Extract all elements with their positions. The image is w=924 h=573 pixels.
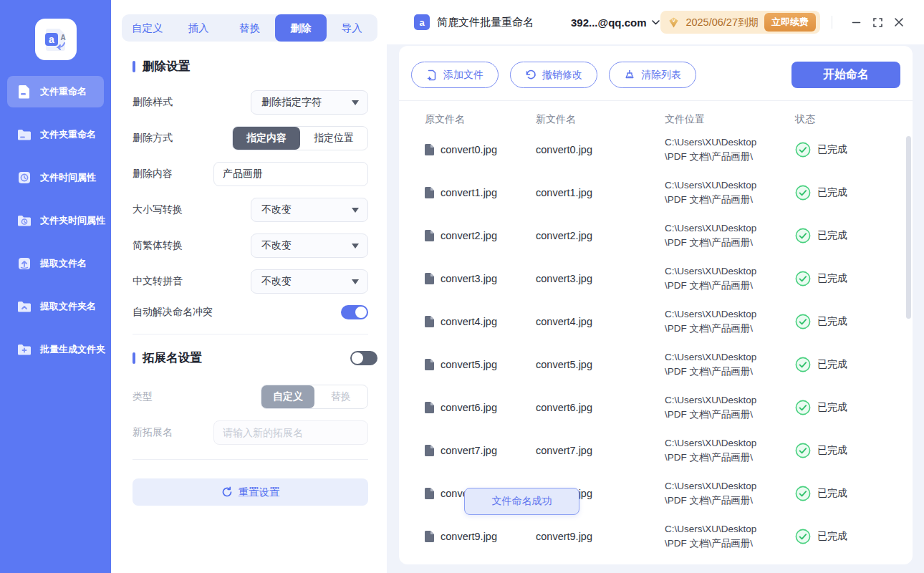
- tab-replace[interactable]: 替换: [224, 14, 275, 42]
- case-convert-label: 大小写转换: [133, 203, 183, 216]
- chevron-down-icon: [652, 20, 660, 25]
- section-accent-bar: [133, 61, 135, 72]
- sidebar-item-batch-create-folder[interactable]: 批量生成文件夹: [7, 334, 104, 365]
- status-text: 已完成: [817, 272, 847, 285]
- col-location: 文件位置: [665, 113, 795, 126]
- file-location-cell: C:\Users\XU\Desktop \PDF 文档\产品画册\: [665, 522, 795, 550]
- extension-toggle[interactable]: [350, 351, 377, 365]
- reset-settings-button[interactable]: 重置设置: [133, 478, 368, 506]
- tab-import[interactable]: 导入: [327, 14, 377, 42]
- delete-content-input[interactable]: [213, 162, 368, 186]
- sidebar-item-file-time[interactable]: 文件时间属性: [7, 162, 104, 193]
- status-cell: 已完成: [795, 228, 887, 244]
- sidebar-item-folder-rename[interactable]: 文件夹重命名: [7, 119, 104, 150]
- pinyin-convert-select[interactable]: 不改变: [251, 269, 368, 294]
- file-location-cell: C:\Users\XU\Desktop \PDF 文档\产品画册\: [665, 264, 795, 292]
- table-row[interactable]: convert3.jpg convert3.jpg C:\Users\XU\De…: [399, 257, 913, 300]
- status-text: 已完成: [817, 315, 847, 328]
- extension-settings-title: 拓展名设置: [133, 350, 377, 366]
- new-ext-label: 新拓展名: [133, 426, 173, 439]
- delete-content-label: 删除内容: [133, 168, 173, 180]
- table-row[interactable]: convert5.jpg convert5.jpg C:\Users\XU\De…: [399, 343, 913, 386]
- chevron-down-icon: [352, 279, 359, 284]
- sidebar-item-label: 文件时间属性: [40, 171, 96, 184]
- sidebar-item-folder-time[interactable]: 文件夹时间属性: [7, 205, 104, 236]
- option-replace-ext[interactable]: 替换: [314, 385, 367, 408]
- ext-type-label: 类型: [133, 390, 153, 403]
- status-cell: 已完成: [795, 529, 887, 544]
- table-row[interactable]: convert9.jpg convert9.jpg C:\Users\XU\De…: [399, 515, 913, 558]
- col-original: 原文件名: [425, 113, 536, 126]
- file-icon: [425, 316, 434, 327]
- table-row[interactable]: convert4.jpg convert4.jpg C:\Users\XU\De…: [399, 300, 913, 343]
- file-export-icon: [16, 255, 33, 272]
- sidebar-item-label: 文件夹重命名: [40, 128, 96, 141]
- start-rename-button[interactable]: 开始命名: [791, 62, 900, 88]
- file-icon: [425, 144, 434, 155]
- option-custom-ext[interactable]: 自定义: [261, 385, 314, 408]
- tc-convert-select[interactable]: 不改变: [251, 233, 368, 258]
- original-name-cell: convert4.jpg: [425, 316, 536, 327]
- title-bar: a 简鹿文件批量重命名 392...@qq.com V 2025/06/27到期…: [387, 0, 924, 44]
- sidebar-item-label: 文件夹时间属性: [40, 214, 105, 227]
- close-button[interactable]: [888, 11, 910, 33]
- tab-insert[interactable]: 插入: [173, 14, 223, 42]
- table-row[interactable]: convert6.jpg convert6.jpg C:\Users\XU\De…: [399, 386, 913, 429]
- broom-icon: [624, 69, 635, 81]
- file-plus-icon: [426, 69, 438, 81]
- col-new: 新文件名: [536, 113, 665, 126]
- app-title: 简鹿文件批量重命名: [437, 16, 534, 29]
- renew-button[interactable]: 立即续费: [764, 13, 816, 32]
- add-files-button[interactable]: 添加文件: [411, 62, 499, 88]
- table-row[interactable]: convert0.jpg convert0.jpg C:\Users\XU\De…: [399, 128, 913, 171]
- table-header: 原文件名 新文件名 文件位置 状态: [399, 101, 913, 128]
- delete-style-select[interactable]: 删除指定字符: [251, 90, 368, 115]
- sidebar-nav: 文件重命名 文件夹重命名 文件时间属性 文件夹时间属性 提取文件名: [0, 76, 111, 365]
- folder-plus-icon: [16, 341, 33, 358]
- chevron-down-icon: [352, 208, 359, 213]
- sidebar-item-extract-foldername[interactable]: 提取文件夹名: [7, 291, 104, 322]
- status-cell: 已完成: [795, 314, 887, 329]
- status-cell: 已完成: [795, 357, 887, 372]
- check-circle-icon: [795, 357, 811, 372]
- status-text: 已完成: [817, 530, 847, 543]
- check-circle-icon: [795, 529, 811, 544]
- delete-mode-segmented: 指定内容 指定位置: [232, 126, 368, 150]
- new-name-cell: convert6.jpg: [536, 402, 665, 413]
- table-row[interactable]: convert7.jpg convert7.jpg C:\Users\XU\De…: [399, 429, 913, 472]
- sidebar-item-extract-filename[interactable]: 提取文件名: [7, 248, 104, 279]
- folder-clock-icon: [16, 212, 33, 229]
- vip-gem-icon: V: [668, 16, 680, 29]
- new-name-cell: convert0.jpg: [536, 144, 665, 155]
- tab-custom[interactable]: 自定义: [122, 14, 173, 42]
- undo-changes-button[interactable]: 撤销修改: [510, 62, 597, 88]
- tab-delete[interactable]: 删除: [275, 14, 326, 42]
- check-circle-icon: [795, 228, 811, 244]
- table-row[interactable]: convert1.jpg convert1.jpg C:\Users\XU\De…: [399, 171, 913, 214]
- status-text: 已完成: [817, 487, 847, 500]
- table-row[interactable]: convert2.jpg convert2.jpg C:\Users\XU\De…: [399, 214, 913, 257]
- case-convert-select[interactable]: 不改变: [251, 198, 368, 222]
- file-icon: [425, 445, 434, 456]
- option-by-content[interactable]: 指定内容: [233, 127, 300, 150]
- status-text: 已完成: [817, 358, 847, 371]
- option-by-position[interactable]: 指定位置: [300, 127, 367, 150]
- new-ext-input[interactable]: [213, 420, 368, 445]
- status-cell: 已完成: [795, 271, 887, 286]
- conflict-toggle[interactable]: [341, 305, 368, 319]
- vertical-scrollbar[interactable]: [906, 136, 911, 319]
- new-name-cell: convert3.jpg: [536, 273, 665, 284]
- maximize-button[interactable]: [867, 11, 888, 33]
- file-icon: [425, 402, 434, 413]
- tc-convert-label: 简繁体转换: [133, 239, 183, 252]
- check-circle-icon: [795, 486, 811, 501]
- account-dropdown[interactable]: 392...@qq.com: [571, 16, 660, 29]
- minimize-button[interactable]: [845, 11, 867, 33]
- original-name-cell: convert2.jpg: [425, 230, 536, 241]
- clear-list-button[interactable]: 清除列表: [609, 62, 696, 88]
- status-cell: 已完成: [795, 400, 887, 415]
- sidebar-item-file-rename[interactable]: 文件重命名: [7, 76, 104, 107]
- file-location-cell: C:\Users\XU\Desktop \PDF 文档\产品画册\: [665, 436, 795, 464]
- file-icon: [425, 488, 434, 499]
- undo-icon: [525, 69, 536, 81]
